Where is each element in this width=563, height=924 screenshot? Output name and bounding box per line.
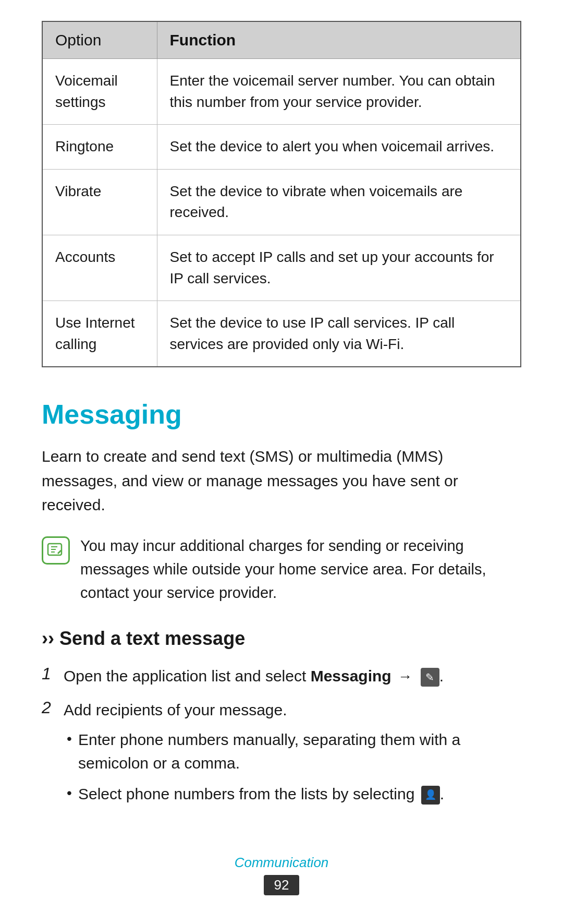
bullet-item-1: Enter phone numbers manually, separating… <box>64 728 521 775</box>
subsection-title-text: ›› Send a text message <box>42 628 245 650</box>
messaging-title: Messaging <box>42 399 521 430</box>
step-2: 2 Add recipients of your message. Enter … <box>42 698 521 813</box>
step-1-number: 1 <box>42 664 56 683</box>
option-cell-3: Accounts <box>42 235 157 301</box>
footer: Communication 92 <box>42 855 521 895</box>
subsection-title: ›› Send a text message <box>42 628 521 650</box>
note-box: You may incur additional charges for sen… <box>42 534 521 605</box>
step-2-text: Add recipients of your message. <box>64 701 287 718</box>
table-row: AccountsSet to accept IP calls and set u… <box>42 235 521 301</box>
contact-icon: 👤 <box>421 786 440 805</box>
column-option-header: Option <box>42 21 157 59</box>
table-row: Voicemail settingsEnter the voicemail se… <box>42 59 521 125</box>
function-cell-0: Enter the voicemail server number. You c… <box>157 59 521 125</box>
table-header-row: Option Function <box>42 21 521 59</box>
option-cell-1: Ringtone <box>42 125 157 170</box>
options-table: Option Function Voicemail settingsEnter … <box>42 21 521 367</box>
pencil-note-icon <box>47 542 65 559</box>
table-row: Use Internet callingSet the device to us… <box>42 301 521 367</box>
messaging-section: Messaging Learn to create and send text … <box>42 399 521 812</box>
bullet-list: Enter phone numbers manually, separating… <box>64 728 521 806</box>
note-text: You may incur additional charges for sen… <box>80 534 521 605</box>
function-cell-1: Set the device to alert you when voicema… <box>157 125 521 170</box>
options-table-section: Option Function Voicemail settingsEnter … <box>42 21 521 367</box>
function-cell-3: Set to accept IP calls and set up your a… <box>157 235 521 301</box>
footer-category: Communication <box>42 855 521 871</box>
option-cell-2: Vibrate <box>42 169 157 235</box>
note-icon <box>42 536 70 565</box>
bullet-2-text: Select phone numbers from the lists by s… <box>78 785 414 802</box>
table-row: VibrateSet the device to vibrate when vo… <box>42 169 521 235</box>
column-function-header: Function <box>157 21 521 59</box>
function-cell-2: Set the device to vibrate when voicemail… <box>157 169 521 235</box>
bullet-item-2: Select phone numbers from the lists by s… <box>64 782 521 806</box>
compose-icon: ✎ <box>421 668 439 687</box>
step-1: 1 Open the application list and select M… <box>42 664 521 688</box>
footer-page: 92 <box>264 875 300 895</box>
function-cell-4: Set the device to use IP call services. … <box>157 301 521 367</box>
steps-list: 1 Open the application list and select M… <box>42 664 521 813</box>
option-cell-0: Voicemail settings <box>42 59 157 125</box>
step-1-bold: Messaging <box>311 667 391 685</box>
step-2-number: 2 <box>42 698 56 717</box>
messaging-intro: Learn to create and send text (SMS) or m… <box>42 445 521 518</box>
step-1-arrow: → <box>398 668 417 685</box>
option-cell-4: Use Internet calling <box>42 301 157 367</box>
table-row: RingtoneSet the device to alert you when… <box>42 125 521 170</box>
step-2-content: Add recipients of your message. Enter ph… <box>64 698 521 813</box>
step-1-content: Open the application list and select Mes… <box>64 664 444 688</box>
